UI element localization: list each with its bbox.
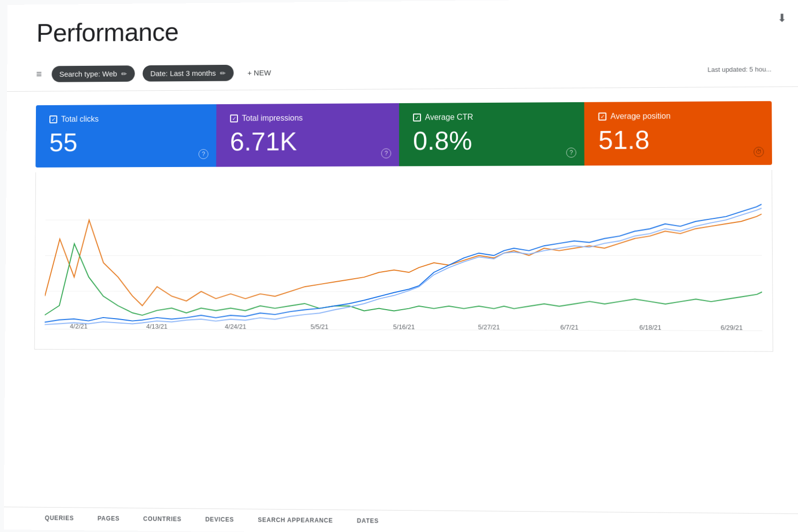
download-icon-area: ⬇	[777, 11, 787, 24]
new-filter-label: + NEW	[247, 68, 271, 77]
ctr-info-icon[interactable]: ?	[566, 148, 576, 158]
svg-text:5/16/21: 5/16/21	[393, 324, 414, 331]
date-range-edit-icon: ✏	[220, 69, 226, 77]
ctr-label: Average CTR	[425, 113, 473, 122]
download-icon[interactable]: ⬇	[777, 11, 787, 24]
svg-text:6/7/21: 6/7/21	[560, 324, 579, 331]
metric-card-impressions[interactable]: Total impressions 6.71K ?	[216, 103, 399, 167]
metric-card-clicks[interactable]: Total clicks 55 ?	[35, 104, 216, 168]
impressions-label: Total impressions	[242, 114, 303, 123]
clicks-value: 55	[49, 128, 202, 157]
position-checkbox[interactable]	[598, 113, 606, 121]
clicks-label: Total clicks	[61, 115, 99, 124]
metric-card-position[interactable]: Average position 51.8 ⏱	[584, 101, 772, 166]
svg-text:4/24/21: 4/24/21	[225, 324, 246, 331]
tab-pages[interactable]: PAGES	[86, 508, 132, 531]
tab-search-appearance[interactable]: SEARCH APPEARANCE	[246, 509, 345, 532]
metric-card-ctr[interactable]: Average CTR 0.8% ?	[399, 102, 585, 167]
svg-text:6/18/21: 6/18/21	[639, 324, 661, 331]
search-type-edit-icon: ✏	[121, 70, 127, 78]
performance-chart: 4/2/21 4/13/21 4/24/21 5/5/21 5/16/21 5/…	[44, 180, 762, 331]
bottom-tabs: QUERIES PAGES COUNTRIES DEVICES SEARCH A…	[4, 507, 798, 532]
svg-text:5/27/21: 5/27/21	[478, 324, 500, 331]
page-title: Performance	[36, 12, 772, 48]
filter-bar: ≡ Search type: Web ✏ Date: Last 3 months…	[7, 52, 798, 92]
position-label: Average position	[610, 112, 671, 121]
tab-countries[interactable]: COUNTRIES	[131, 508, 193, 531]
search-type-chip[interactable]: Search type: Web ✏	[51, 65, 135, 82]
ctr-checkbox[interactable]	[413, 114, 421, 122]
date-range-label: Date: Last 3 months	[150, 69, 216, 78]
tab-devices[interactable]: DEVICES	[194, 509, 246, 532]
last-updated-text: Last updated: 5 hou...	[708, 65, 772, 73]
chart-area: 4/2/21 4/13/21 4/24/21 5/5/21 5/16/21 5/…	[34, 170, 774, 352]
svg-line-2	[45, 255, 762, 256]
clicks-checkbox[interactable]	[49, 116, 57, 124]
new-filter-button[interactable]: + NEW	[241, 64, 277, 81]
svg-text:4/13/21: 4/13/21	[146, 323, 168, 330]
search-type-label: Search type: Web	[59, 69, 117, 78]
filter-icon[interactable]: ≡	[36, 68, 41, 80]
tab-dates[interactable]: DATES	[345, 510, 391, 532]
page-container: Performance ⬇ ≡ Search type: Web ✏ Date:…	[4, 0, 798, 532]
svg-text:4/2/21: 4/2/21	[70, 323, 87, 330]
ctr-value: 0.8%	[413, 126, 570, 155]
date-range-chip[interactable]: Date: Last 3 months ✏	[143, 65, 234, 82]
metrics-row: Total clicks 55 ? Total impressions 6.71…	[35, 101, 772, 168]
impressions-value: 6.71K	[230, 127, 385, 156]
svg-line-3	[45, 219, 762, 220]
clicks-info-icon[interactable]: ?	[199, 149, 208, 159]
tab-queries[interactable]: QUERIES	[33, 508, 86, 531]
impressions-info-icon[interactable]: ?	[381, 149, 391, 159]
header: Performance ⬇	[7, 0, 798, 48]
position-info-icon[interactable]: ⏱	[754, 147, 764, 157]
impressions-checkbox[interactable]	[230, 115, 238, 123]
svg-text:6/29/21: 6/29/21	[721, 325, 743, 331]
position-value: 51.8	[598, 125, 758, 155]
svg-text:5/5/21: 5/5/21	[311, 324, 329, 331]
